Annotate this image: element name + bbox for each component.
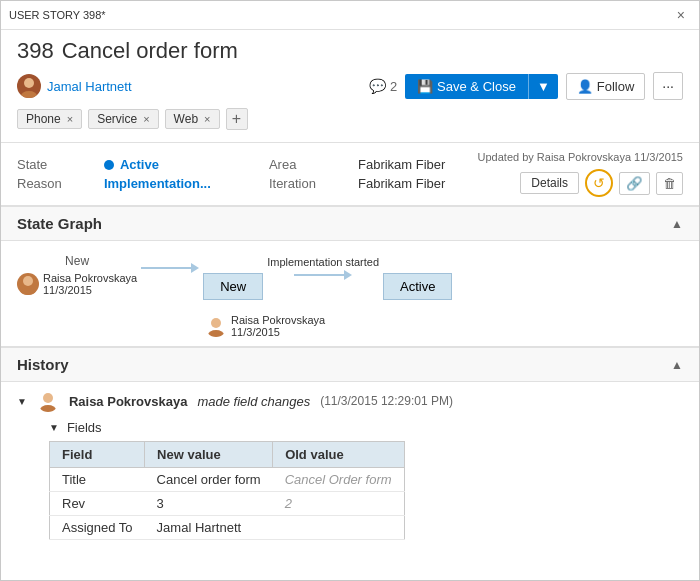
svg-point-1: [21, 91, 37, 98]
state-box-active: Active: [383, 273, 452, 300]
save-close-button[interactable]: 💾 Save & Close ▼: [405, 74, 558, 99]
details-button[interactable]: Details: [520, 172, 579, 194]
state-value: Active: [120, 157, 159, 172]
node2-avatar: [205, 315, 227, 337]
arrow-shaft-1: [141, 267, 191, 269]
state-graph-collapse[interactable]: ▲: [671, 217, 683, 231]
state-graph-title: State Graph: [17, 215, 102, 232]
spacer-left: [17, 312, 147, 338]
follow-icon: 👤: [577, 79, 593, 94]
follow-button[interactable]: 👤 Follow: [566, 73, 646, 100]
save-close-label: Save & Close: [437, 79, 516, 94]
history-collapse[interactable]: ▲: [671, 358, 683, 372]
node1-user-name: Raisa Pokrovskaya: [43, 272, 137, 284]
tag-service-label: Service: [97, 112, 137, 126]
story-title: Cancel order form: [62, 38, 238, 64]
svg-point-5: [208, 330, 224, 337]
meta-right-panel: Updated by Raisa Pokrovskaya 11/3/2015 D…: [478, 151, 683, 197]
tag-web: Web ×: [165, 109, 220, 129]
title-bar: USER STORY 398* ×: [1, 1, 699, 30]
arrow-1: [141, 263, 199, 273]
tags-row: Phone × Service × Web × +: [17, 108, 683, 130]
active-dot: [104, 160, 114, 170]
state-graph-row: New Raisa Pokrovskaya 11/3/2015: [1, 241, 699, 312]
more-button[interactable]: ···: [653, 72, 683, 100]
comment-icon: 💬: [369, 78, 386, 94]
iteration-label: Iteration: [269, 176, 348, 191]
area-label: Area: [269, 157, 348, 172]
old-value-assigned: [273, 516, 404, 540]
svg-point-6: [43, 393, 53, 403]
transition-2-label: Implementation started: [267, 256, 379, 268]
node1-user: Raisa Pokrovskaya 11/3/2015: [17, 272, 137, 296]
table-row: Title Cancel order form Cancel Order for…: [50, 468, 405, 492]
transition-1: [141, 263, 199, 273]
tag-phone: Phone ×: [17, 109, 82, 129]
state-value-container: Active: [104, 157, 243, 172]
fields-text: Fields: [67, 420, 102, 435]
window-title: USER STORY 398*: [9, 9, 106, 21]
table-header-row: Field New value Old value: [50, 442, 405, 468]
node2-user-name: Raisa Pokrovskaya: [231, 314, 325, 326]
svg-point-7: [40, 405, 56, 412]
node2-user: Raisa Pokrovskaya 11/3/2015: [205, 314, 325, 338]
link-button[interactable]: 🔗: [619, 172, 650, 195]
node1-user-info: Raisa Pokrovskaya 11/3/2015: [43, 272, 137, 296]
history-header: History ▲: [1, 347, 699, 382]
history-user-line: ▼ Raisa Pokrovskaya made field changes (…: [17, 390, 683, 412]
avatar: [17, 74, 41, 98]
arrow-head-2: [344, 270, 352, 280]
save-icon: 💾: [417, 79, 433, 94]
spacer-arrow1: [147, 312, 205, 338]
tag-service: Service ×: [88, 109, 158, 129]
user-row: Jamal Hartnett 💬 2 💾 Save & Close ▼ 👤 Fo…: [17, 72, 683, 100]
tag-phone-remove[interactable]: ×: [67, 113, 73, 125]
trash-icon: 🗑: [663, 176, 676, 191]
iteration-value: Fabrikam Fiber: [358, 176, 478, 191]
node1-user-date: 11/3/2015: [43, 284, 137, 296]
fields-table: Field New value Old value Title Cancel o…: [49, 441, 405, 540]
comment-count: 💬 2: [369, 78, 397, 94]
tag-service-remove[interactable]: ×: [143, 113, 149, 125]
state-graph-section: State Graph ▲ New Raisa Pokrovskaya 11/3…: [1, 206, 699, 346]
history-title: History: [17, 356, 69, 373]
col-field: Field: [50, 442, 145, 468]
arrow-shaft-2: [294, 274, 344, 276]
tag-web-remove[interactable]: ×: [204, 113, 210, 125]
user-name-link[interactable]: Jamal Hartnett: [47, 79, 132, 94]
node2-user-date: 11/3/2015: [231, 326, 325, 338]
updated-text: Updated by Raisa Pokrovskaya 11/3/2015: [478, 151, 683, 163]
svg-point-3: [20, 288, 36, 295]
fields-label: ▼ Fields: [49, 420, 683, 435]
meta-section: State Active Area Fabrikam Fiber Reason …: [1, 143, 699, 205]
history-button[interactable]: ↺: [585, 169, 613, 197]
close-button[interactable]: ×: [671, 5, 691, 25]
area-value: Fabrikam Fiber: [358, 157, 478, 172]
col-new-value: New value: [145, 442, 273, 468]
story-id: 398: [17, 38, 54, 64]
save-close-main[interactable]: 💾 Save & Close: [405, 74, 528, 99]
header-section: 398 Cancel order form Jamal Hartnett 💬 2…: [1, 30, 699, 142]
new-value-assigned: Jamal Hartnett: [145, 516, 273, 540]
delete-button[interactable]: 🗑: [656, 172, 683, 195]
user-info: Jamal Hartnett: [17, 74, 132, 98]
history-icon: ↺: [593, 175, 605, 191]
fields-triangle: ▼: [49, 422, 59, 433]
field-rev-cell: Rev: [50, 492, 145, 516]
svg-point-4: [211, 318, 221, 328]
state-graph-user-row: Raisa Pokrovskaya 11/3/2015: [1, 312, 699, 346]
history-section: History ▲ ▼ Raisa Pokrovskaya made field…: [1, 346, 699, 548]
tag-phone-label: Phone: [26, 112, 61, 126]
state-box-new: New: [203, 273, 263, 300]
toolbar-right: 💬 2 💾 Save & Close ▼ 👤 Follow ···: [369, 72, 683, 100]
state-label: State: [17, 157, 94, 172]
history-avatar: [37, 390, 59, 412]
reason-value: Implementation...: [104, 176, 243, 191]
history-user-name: Raisa Pokrovskaya: [69, 394, 188, 409]
add-tag-button[interactable]: +: [226, 108, 248, 130]
comment-number: 2: [390, 79, 397, 94]
save-close-dropdown-arrow[interactable]: ▼: [528, 74, 558, 99]
tag-web-label: Web: [174, 112, 198, 126]
link-icon: 🔗: [626, 176, 643, 191]
meta-grid: State Active Area Fabrikam Fiber Reason …: [17, 157, 478, 191]
